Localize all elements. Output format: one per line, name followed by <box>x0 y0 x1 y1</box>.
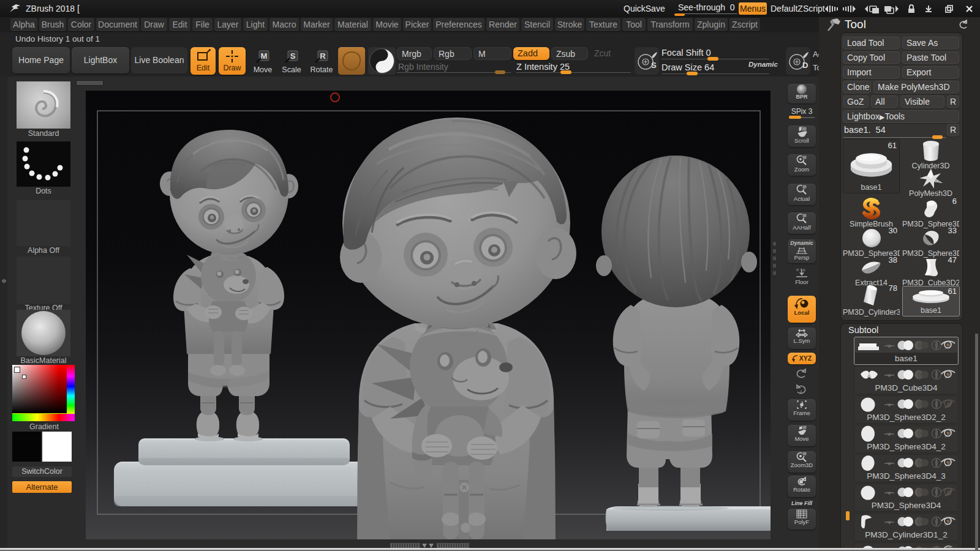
svg-text:S: S <box>290 51 296 61</box>
svg-text:D: D <box>802 61 808 70</box>
svg-text:M: M <box>261 51 268 61</box>
svg-text:R: R <box>320 51 326 61</box>
svg-text:z: z <box>800 389 802 394</box>
svg-text:S: S <box>651 61 657 70</box>
svg-text:R T E: R T E <box>796 268 805 272</box>
